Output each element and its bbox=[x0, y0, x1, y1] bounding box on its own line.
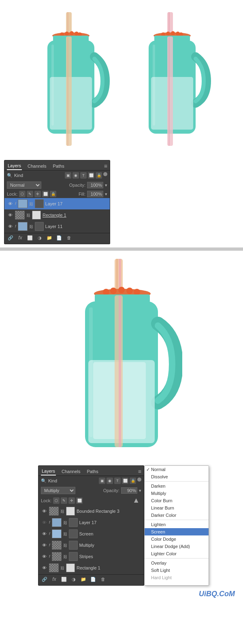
lock-all-icon[interactable]: 🔒 bbox=[50, 191, 56, 197]
layer-row-rectangle1-b[interactable]: 👁 ⛓ Rectangle 1 bbox=[38, 562, 144, 574]
opacity-chevron-top[interactable]: ▾ bbox=[105, 183, 107, 188]
opacity-input-bottom[interactable] bbox=[121, 487, 137, 494]
filter-smart-icon-b[interactable]: 🔒 bbox=[130, 478, 136, 484]
lock-position-icon[interactable]: ✎ bbox=[27, 191, 33, 197]
lock-move-icon-b[interactable]: ✛ bbox=[68, 497, 75, 504]
dropdown-item-dissolve[interactable]: Dissolve bbox=[145, 473, 209, 480]
panel-search-row-bottom: 🔍 Kind ▣ ◉ T ⬜ 🔒 bbox=[38, 476, 144, 486]
adjustment-icon[interactable]: ◑ bbox=[36, 235, 43, 241]
new-layer-icon[interactable]: 📄 bbox=[55, 235, 63, 241]
filter-pixel-icon[interactable]: ▣ bbox=[65, 172, 71, 179]
svg-rect-42 bbox=[119, 295, 121, 447]
layer-row-bounded-rect3[interactable]: 👁 ⛓ Bounded Rectangle 3 bbox=[38, 505, 144, 517]
layer-row-layer17[interactable]: 👁 f ⛓ Layer 17 bbox=[4, 198, 110, 209]
dropdown-item-linear-dodge[interactable]: Linear Dodge (Add) bbox=[145, 543, 209, 550]
lock-move-icon[interactable]: ✛ bbox=[34, 191, 41, 197]
lock-pixel-icon[interactable]: ⬡ bbox=[19, 191, 26, 197]
filter-toggle[interactable] bbox=[103, 172, 107, 176]
new-layer-icon-b[interactable]: 📄 bbox=[90, 576, 97, 582]
layer-row-screen[interactable]: 👁 f ⛓ Screen bbox=[38, 528, 144, 540]
dropdown-item-darker-color[interactable]: Darker Color bbox=[145, 512, 209, 519]
tab-paths-top[interactable]: Paths bbox=[52, 162, 65, 170]
layer-row-stripes[interactable]: 👁 f ⛓ Stripes bbox=[38, 551, 144, 562]
eye-icon-layer17[interactable]: 👁 bbox=[7, 200, 13, 207]
opacity-chevron-bottom[interactable]: ▾ bbox=[139, 488, 141, 493]
tab-channels-bottom[interactable]: Channels bbox=[61, 468, 81, 475]
group-icon[interactable]: 📁 bbox=[46, 235, 53, 241]
eye-icon-stripes[interactable]: 👁 bbox=[41, 553, 47, 560]
dropdown-item-color-dodge[interactable]: Color Dodge bbox=[145, 535, 209, 543]
lock-art-icon[interactable]: ⬜ bbox=[42, 191, 49, 197]
link-icon[interactable]: 🔗 bbox=[7, 235, 14, 241]
jar-right bbox=[126, 8, 219, 154]
eye-icon-rect1b[interactable]: 👁 bbox=[41, 565, 47, 571]
eye-icon-layer11[interactable]: 👁 bbox=[7, 223, 13, 230]
fill-label-top: Fill: bbox=[79, 192, 85, 196]
dropdown-item-lighter-color[interactable]: Lighter Color bbox=[145, 550, 209, 557]
mask-icon-b[interactable]: ⬜ bbox=[60, 576, 68, 582]
dropdown-item-multiply[interactable]: Multiply bbox=[145, 490, 209, 497]
blend-mode-select-bottom[interactable]: Multiply bbox=[41, 487, 75, 494]
tab-layers-bottom[interactable]: Layers bbox=[41, 467, 56, 476]
layer-row-multiply[interactable]: 👁 f ⛓ Multiply bbox=[38, 540, 144, 551]
filter-type-icon-b[interactable]: T bbox=[114, 478, 121, 484]
dropdown-item-lighten[interactable]: Lighten bbox=[145, 521, 209, 528]
bottom-layers-panel: Layers Channels Paths ≡ 🔍 Kind ▣ ◉ T ⬜ 🔒 bbox=[38, 465, 144, 586]
fx-icon[interactable]: fx bbox=[17, 235, 24, 241]
fill-chevron-top[interactable]: ▾ bbox=[105, 192, 107, 197]
filter-type-icon[interactable]: T bbox=[80, 172, 87, 179]
filter-smart-icon[interactable]: 🔒 bbox=[96, 172, 102, 179]
dropdown-item-normal[interactable]: Normal bbox=[145, 466, 209, 473]
filter-pixel-icon-b[interactable]: ▣ bbox=[99, 478, 105, 484]
adjustment-icon-b[interactable]: ◑ bbox=[70, 576, 77, 582]
thumb-bounded3 bbox=[49, 507, 59, 516]
layer-row-rectangle1[interactable]: 👁 ⛓ Rectangle 1 bbox=[4, 209, 110, 221]
bottom-panel-area: Layers Channels Paths ≡ 🔍 Kind ▣ ◉ T ⬜ 🔒 bbox=[38, 465, 209, 586]
lock-pixel-icon-b[interactable]: ⬡ bbox=[53, 497, 60, 504]
blend-opacity-row-top: Normal Opacity: ▾ bbox=[4, 180, 110, 190]
filter-adjust-icon-b[interactable]: ◉ bbox=[107, 478, 113, 484]
panel-menu-icon-top[interactable]: ≡ bbox=[104, 163, 107, 169]
thumb-rect1b bbox=[49, 563, 59, 572]
dropdown-item-darken[interactable]: Darken bbox=[145, 482, 209, 490]
dropdown-item-overlay[interactable]: Overlay bbox=[145, 559, 209, 567]
dropdown-item-hard-light[interactable]: Hard Light bbox=[145, 574, 209, 581]
eye-icon-rect1[interactable]: 👁 bbox=[7, 212, 13, 218]
fill-input-top[interactable] bbox=[87, 191, 103, 197]
tab-layers-top[interactable]: Layers bbox=[7, 162, 22, 170]
filter-shape-icon-b[interactable]: ⬜ bbox=[122, 478, 128, 484]
filter-shape-icon[interactable]: ⬜ bbox=[88, 172, 94, 179]
tab-paths-bottom[interactable]: Paths bbox=[86, 468, 99, 475]
mask-screen bbox=[69, 529, 78, 538]
filter-adjust-icon[interactable]: ◉ bbox=[72, 172, 79, 179]
eye-icon-layer17b[interactable]: 👁 bbox=[41, 519, 47, 526]
eye-icon-screen[interactable]: 👁 bbox=[41, 531, 47, 537]
filter-toggle-b[interactable] bbox=[137, 478, 141, 482]
opacity-input-top[interactable] bbox=[87, 182, 103, 188]
link-icon-b[interactable]: 🔗 bbox=[41, 576, 48, 582]
dropdown-item-color-burn[interactable]: Color Burn bbox=[145, 497, 209, 504]
panel-menu-icon-bottom[interactable]: ≡ bbox=[138, 468, 141, 475]
svg-point-34 bbox=[118, 287, 125, 293]
group-icon-b[interactable]: 📁 bbox=[80, 576, 87, 582]
fill-triangle-bottom: ▲ bbox=[132, 496, 140, 505]
lock-art-icon-b[interactable]: ⬜ bbox=[76, 497, 83, 504]
dropdown-item-linear-burn[interactable]: Linear Burn bbox=[145, 504, 209, 512]
svg-point-18 bbox=[166, 32, 170, 36]
dropdown-item-screen[interactable]: Screen bbox=[145, 528, 209, 535]
dropdown-item-soft-light[interactable]: Soft Light bbox=[145, 567, 209, 574]
eye-icon-bounded3[interactable]: 👁 bbox=[41, 508, 47, 514]
tab-channels-top[interactable]: Channels bbox=[27, 162, 47, 170]
mask-bounded3 bbox=[66, 507, 75, 516]
eye-icon-multiply[interactable]: 👁 bbox=[41, 542, 47, 548]
fx-icon-b[interactable]: fx bbox=[51, 576, 58, 582]
delete-layer-icon-b[interactable]: 🗑 bbox=[99, 576, 107, 582]
delete-layer-icon[interactable]: 🗑 bbox=[65, 235, 72, 241]
dropdown-divider-2 bbox=[145, 520, 209, 520]
mask-icon[interactable]: ⬜ bbox=[26, 235, 34, 241]
layer-row-layer17-b[interactable]: 👁 f ⛓ Layer 17 bbox=[38, 517, 144, 528]
lock-position-icon-b[interactable]: ✎ bbox=[61, 497, 67, 504]
blend-mode-select-top[interactable]: Normal bbox=[7, 181, 41, 189]
fx-badge-layer11: f bbox=[15, 224, 16, 228]
layer-row-layer11[interactable]: 👁 f ⛓ Layer 11 bbox=[4, 221, 110, 232]
